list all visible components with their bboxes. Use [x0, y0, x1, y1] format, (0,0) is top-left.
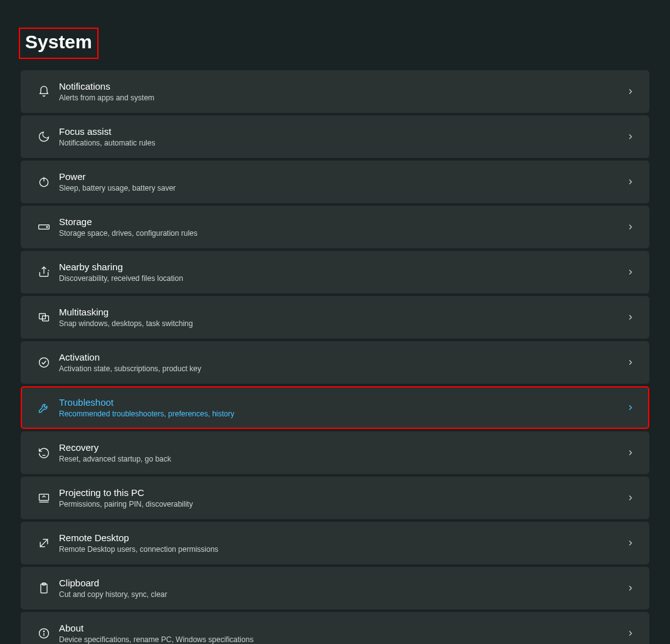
remote-desktop-icon: [31, 531, 56, 556]
chevron-right-icon: [624, 627, 637, 640]
wrench-icon: [31, 395, 56, 420]
item-subtitle: Notifications, automatic rules: [59, 139, 624, 148]
settings-item-recovery[interactable]: Recovery Reset, advanced startup, go bac…: [21, 431, 649, 474]
item-subtitle: Alerts from apps and system: [59, 93, 624, 103]
info-icon: [31, 621, 56, 644]
share-icon: [31, 260, 56, 285]
chevron-right-icon: [624, 130, 637, 143]
settings-item-notifications[interactable]: Notifications Alerts from apps and syste…: [21, 70, 649, 113]
settings-item-power[interactable]: Power Sleep, battery usage, battery save…: [21, 161, 649, 203]
bell-icon: [31, 79, 56, 104]
svg-rect-8: [40, 494, 49, 500]
item-subtitle: Recommended troubleshooters, preferences…: [59, 409, 624, 419]
item-title: Notifications: [59, 81, 624, 92]
item-title: About: [59, 623, 624, 634]
chevron-right-icon: [624, 492, 637, 504]
power-icon: [31, 169, 56, 194]
item-subtitle: Sleep, battery usage, battery saver: [59, 184, 624, 193]
settings-item-multitasking[interactable]: Multitasking Snap windows, desktops, tas…: [21, 296, 649, 339]
item-subtitle: Cut and copy history, sync, clear: [59, 590, 624, 599]
item-subtitle: Discoverability, received files location: [59, 274, 624, 283]
item-title: Storage: [59, 216, 624, 228]
item-title: Activation: [59, 352, 624, 363]
item-title: Nearby sharing: [59, 261, 624, 273]
item-title: Focus assist: [59, 126, 624, 137]
svg-point-7: [40, 358, 49, 367]
item-subtitle: Activation state, subscriptions, product…: [59, 364, 624, 374]
chevron-right-icon: [624, 176, 637, 188]
windows-icon: [31, 305, 56, 330]
settings-item-activation[interactable]: Activation Activation state, subscriptio…: [21, 341, 649, 384]
item-subtitle: Remote Desktop users, connection permiss…: [59, 545, 624, 554]
chevron-right-icon: [624, 221, 637, 233]
settings-item-storage[interactable]: Storage Storage space, drives, configura…: [21, 206, 649, 248]
svg-point-15: [43, 631, 44, 631]
recovery-icon: [31, 440, 56, 465]
item-title: Multitasking: [59, 307, 624, 318]
settings-item-about[interactable]: About Device specifications, rename PC, …: [21, 612, 649, 644]
item-title: Clipboard: [59, 578, 624, 589]
svg-line-10: [40, 539, 48, 547]
settings-item-nearby-sharing[interactable]: Nearby sharing Discoverability, received…: [21, 251, 649, 293]
chevron-right-icon: [624, 85, 637, 98]
chevron-right-icon: [624, 266, 637, 278]
chevron-right-icon: [624, 582, 637, 594]
item-title: Recovery: [59, 442, 624, 453]
page-title: System: [19, 28, 98, 59]
settings-item-focus-assist[interactable]: Focus assist Notifications, automatic ru…: [21, 115, 649, 158]
drive-icon: [31, 214, 56, 240]
item-title: Projecting to this PC: [59, 487, 624, 499]
item-subtitle: Permissions, pairing PIN, discoverabilit…: [59, 500, 624, 509]
svg-point-3: [46, 226, 48, 228]
settings-item-troubleshoot[interactable]: Troubleshoot Recommended troubleshooters…: [21, 386, 649, 429]
item-title: Remote Desktop: [59, 532, 624, 544]
settings-item-remote-desktop[interactable]: Remote Desktop Remote Desktop users, con…: [21, 522, 649, 564]
settings-list: Notifications Alerts from apps and syste…: [0, 70, 670, 644]
project-icon: [31, 485, 56, 510]
chevron-right-icon: [624, 537, 637, 549]
chevron-right-icon: [624, 446, 637, 459]
item-subtitle: Storage space, drives, configuration rul…: [59, 229, 624, 238]
item-subtitle: Reset, advanced startup, go back: [59, 455, 624, 464]
item-title: Troubleshoot: [59, 397, 624, 408]
item-title: Power: [59, 171, 624, 182]
chevron-right-icon: [624, 356, 637, 369]
item-subtitle: Device specifications, rename PC, Window…: [59, 635, 624, 645]
settings-item-projecting[interactable]: Projecting to this PC Permissions, pairi…: [21, 477, 649, 519]
chevron-right-icon: [624, 401, 637, 414]
checkmark-circle-icon: [31, 350, 56, 375]
chevron-right-icon: [624, 311, 637, 324]
item-subtitle: Snap windows, desktops, task switching: [59, 319, 624, 329]
clipboard-icon: [31, 576, 56, 601]
settings-item-clipboard[interactable]: Clipboard Cut and copy history, sync, cl…: [21, 567, 649, 610]
moon-icon: [31, 124, 56, 149]
